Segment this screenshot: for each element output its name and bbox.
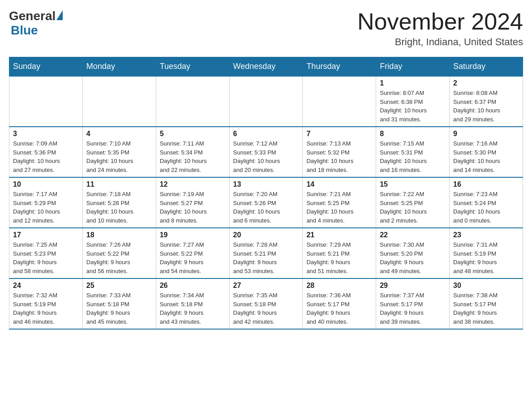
- day-number: 14: [306, 180, 372, 188]
- day-number: 30: [453, 282, 519, 290]
- logo: General Blue: [9, 9, 64, 38]
- calendar-cell: 28Sunrise: 7:36 AM Sunset: 5:17 PM Dayli…: [303, 278, 376, 329]
- day-number: 20: [233, 231, 299, 239]
- day-info: Sunrise: 7:38 AM Sunset: 5:17 PM Dayligh…: [453, 291, 519, 326]
- calendar-cell: 24Sunrise: 7:32 AM Sunset: 5:19 PM Dayli…: [9, 278, 83, 329]
- calendar-week-row: 10Sunrise: 7:17 AM Sunset: 5:29 PM Dayli…: [9, 177, 523, 228]
- title-section: November 2024 Bright, Indiana, United St…: [357, 9, 523, 48]
- day-info: Sunrise: 7:25 AM Sunset: 5:23 PM Dayligh…: [13, 240, 79, 275]
- calendar-table: SundayMondayTuesdayWednesdayThursdayFrid…: [9, 57, 523, 330]
- day-number: 9: [453, 130, 519, 138]
- day-info: Sunrise: 7:13 AM Sunset: 5:32 PM Dayligh…: [306, 139, 372, 174]
- calendar-cell: 7Sunrise: 7:13 AM Sunset: 5:32 PM Daylig…: [303, 127, 376, 177]
- calendar-week-row: 3Sunrise: 7:09 AM Sunset: 5:36 PM Daylig…: [9, 127, 523, 177]
- day-info: Sunrise: 7:23 AM Sunset: 5:24 PM Dayligh…: [453, 190, 519, 225]
- day-number: 21: [306, 231, 372, 239]
- calendar-cell: 15Sunrise: 7:22 AM Sunset: 5:25 PM Dayli…: [376, 177, 450, 228]
- day-number: 2: [453, 79, 519, 87]
- day-info: Sunrise: 7:35 AM Sunset: 5:18 PM Dayligh…: [233, 291, 299, 326]
- logo-text: General: [9, 9, 64, 23]
- calendar-cell: 18Sunrise: 7:26 AM Sunset: 5:22 PM Dayli…: [82, 228, 156, 278]
- day-number: 26: [160, 282, 226, 290]
- calendar-cell: [82, 76, 156, 127]
- day-info: Sunrise: 7:21 AM Sunset: 5:25 PM Dayligh…: [306, 190, 372, 225]
- calendar-week-row: 17Sunrise: 7:25 AM Sunset: 5:23 PM Dayli…: [9, 228, 523, 278]
- calendar-cell: [229, 76, 303, 127]
- day-number: 27: [233, 282, 299, 290]
- day-number: 15: [380, 180, 446, 188]
- day-info: Sunrise: 7:17 AM Sunset: 5:29 PM Dayligh…: [13, 190, 79, 225]
- calendar-cell: 14Sunrise: 7:21 AM Sunset: 5:25 PM Dayli…: [303, 177, 376, 228]
- day-of-week-header: Wednesday: [229, 57, 303, 77]
- calendar-cell: 2Sunrise: 8:08 AM Sunset: 6:37 PM Daylig…: [450, 76, 523, 127]
- day-number: 25: [86, 282, 152, 290]
- calendar-cell: 23Sunrise: 7:31 AM Sunset: 5:19 PM Dayli…: [450, 228, 523, 278]
- calendar-week-row: 24Sunrise: 7:32 AM Sunset: 5:19 PM Dayli…: [9, 278, 523, 329]
- calendar-cell: 27Sunrise: 7:35 AM Sunset: 5:18 PM Dayli…: [229, 278, 303, 329]
- logo-blue: Blue: [11, 23, 38, 37]
- day-info: Sunrise: 7:34 AM Sunset: 5:18 PM Dayligh…: [160, 291, 226, 326]
- location: Bright, Indiana, United States: [357, 36, 523, 48]
- day-number: 11: [86, 180, 152, 188]
- logo-general: General: [9, 9, 56, 23]
- day-info: Sunrise: 7:36 AM Sunset: 5:17 PM Dayligh…: [306, 291, 372, 326]
- calendar-cell: 11Sunrise: 7:18 AM Sunset: 5:28 PM Dayli…: [82, 177, 156, 228]
- day-info: Sunrise: 7:29 AM Sunset: 5:21 PM Dayligh…: [306, 240, 372, 275]
- calendar-cell: 20Sunrise: 7:28 AM Sunset: 5:21 PM Dayli…: [229, 228, 303, 278]
- calendar-cell: 10Sunrise: 7:17 AM Sunset: 5:29 PM Dayli…: [9, 177, 83, 228]
- calendar-cell: 13Sunrise: 7:20 AM Sunset: 5:26 PM Dayli…: [229, 177, 303, 228]
- day-number: 16: [453, 180, 519, 188]
- day-info: Sunrise: 8:07 AM Sunset: 6:38 PM Dayligh…: [380, 89, 446, 124]
- day-of-week-header: Monday: [82, 57, 156, 77]
- logo-triangle-icon: [56, 10, 63, 20]
- calendar-cell: 21Sunrise: 7:29 AM Sunset: 5:21 PM Dayli…: [303, 228, 376, 278]
- calendar-cell: [303, 76, 376, 127]
- day-info: Sunrise: 7:19 AM Sunset: 5:27 PM Dayligh…: [160, 190, 226, 225]
- day-info: Sunrise: 7:28 AM Sunset: 5:21 PM Dayligh…: [233, 240, 299, 275]
- day-number: 10: [13, 180, 79, 188]
- day-of-week-header: Sunday: [9, 57, 83, 77]
- day-of-week-header: Saturday: [450, 57, 523, 77]
- day-info: Sunrise: 7:10 AM Sunset: 5:35 PM Dayligh…: [86, 139, 152, 174]
- day-number: 3: [13, 130, 79, 138]
- calendar-cell: 26Sunrise: 7:34 AM Sunset: 5:18 PM Dayli…: [156, 278, 229, 329]
- day-number: 4: [86, 130, 152, 138]
- day-number: 29: [380, 282, 446, 290]
- calendar-cell: 17Sunrise: 7:25 AM Sunset: 5:23 PM Dayli…: [9, 228, 83, 278]
- calendar-week-row: 1Sunrise: 8:07 AM Sunset: 6:38 PM Daylig…: [9, 76, 523, 127]
- day-number: 5: [160, 130, 226, 138]
- calendar-cell: [9, 76, 83, 127]
- day-info: Sunrise: 8:08 AM Sunset: 6:37 PM Dayligh…: [453, 89, 519, 124]
- day-info: Sunrise: 7:27 AM Sunset: 5:22 PM Dayligh…: [160, 240, 226, 275]
- day-info: Sunrise: 7:22 AM Sunset: 5:25 PM Dayligh…: [380, 190, 446, 225]
- calendar-cell: 12Sunrise: 7:19 AM Sunset: 5:27 PM Dayli…: [156, 177, 229, 228]
- calendar-cell: 5Sunrise: 7:11 AM Sunset: 5:34 PM Daylig…: [156, 127, 229, 177]
- calendar-cell: 8Sunrise: 7:15 AM Sunset: 5:31 PM Daylig…: [376, 127, 450, 177]
- day-info: Sunrise: 7:31 AM Sunset: 5:19 PM Dayligh…: [453, 240, 519, 275]
- calendar-cell: 3Sunrise: 7:09 AM Sunset: 5:36 PM Daylig…: [9, 127, 83, 177]
- calendar-cell: 9Sunrise: 7:16 AM Sunset: 5:30 PM Daylig…: [450, 127, 523, 177]
- day-info: Sunrise: 7:16 AM Sunset: 5:30 PM Dayligh…: [453, 139, 519, 174]
- day-number: 6: [233, 130, 299, 138]
- month-title: November 2024: [357, 9, 523, 34]
- calendar-cell: [156, 76, 229, 127]
- day-info: Sunrise: 7:30 AM Sunset: 5:20 PM Dayligh…: [380, 240, 446, 275]
- calendar-cell: 16Sunrise: 7:23 AM Sunset: 5:24 PM Dayli…: [450, 177, 523, 228]
- day-info: Sunrise: 7:12 AM Sunset: 5:33 PM Dayligh…: [233, 139, 299, 174]
- day-number: 19: [160, 231, 226, 239]
- day-of-week-header: Tuesday: [156, 57, 229, 77]
- calendar-cell: 19Sunrise: 7:27 AM Sunset: 5:22 PM Dayli…: [156, 228, 229, 278]
- calendar-cell: 22Sunrise: 7:30 AM Sunset: 5:20 PM Dayli…: [376, 228, 450, 278]
- day-info: Sunrise: 7:09 AM Sunset: 5:36 PM Dayligh…: [13, 139, 79, 174]
- day-info: Sunrise: 7:37 AM Sunset: 5:17 PM Dayligh…: [380, 291, 446, 326]
- day-info: Sunrise: 7:32 AM Sunset: 5:19 PM Dayligh…: [13, 291, 79, 326]
- day-info: Sunrise: 7:18 AM Sunset: 5:28 PM Dayligh…: [86, 190, 152, 225]
- day-number: 13: [233, 180, 299, 188]
- day-number: 12: [160, 180, 226, 188]
- day-number: 7: [306, 130, 372, 138]
- day-of-week-header: Thursday: [303, 57, 376, 77]
- calendar-cell: 1Sunrise: 8:07 AM Sunset: 6:38 PM Daylig…: [376, 76, 450, 127]
- day-number: 23: [453, 231, 519, 239]
- day-number: 1: [380, 79, 446, 87]
- day-info: Sunrise: 7:11 AM Sunset: 5:34 PM Dayligh…: [160, 139, 226, 174]
